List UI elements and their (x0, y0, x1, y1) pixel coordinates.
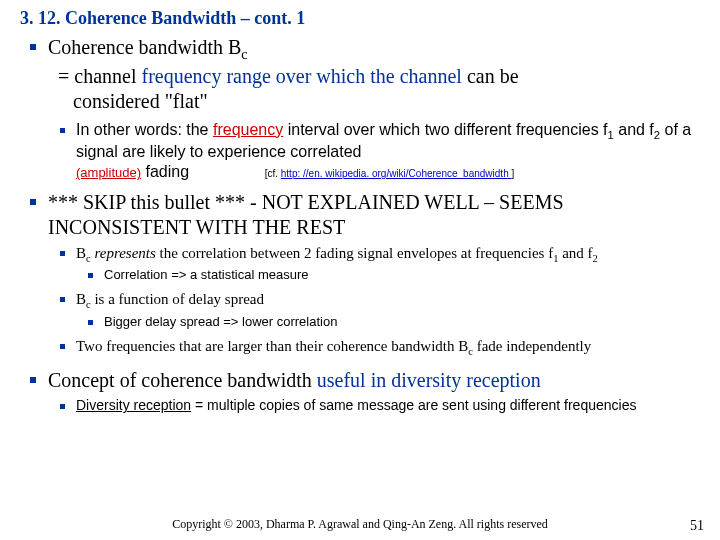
text: the correlation between 2 fading signal … (156, 245, 553, 261)
text: fade independently (473, 338, 591, 354)
link-amplitude[interactable]: (amplitude) (76, 165, 141, 180)
bullet-correlation: Correlation => a statistical measure (76, 267, 700, 284)
text: Bigger delay spread => lower correlation (104, 314, 700, 331)
link-frequency[interactable]: frequency (213, 121, 283, 138)
bullet-icon (30, 377, 36, 383)
text-emph: frequency range over which the channel (141, 65, 461, 87)
bullet-bc-delay: Bc is a function of delay spread Bigger … (48, 290, 700, 331)
text: interval over which two different freque… (283, 121, 607, 138)
bullet-concept: Concept of coherence bandwidth useful in… (20, 368, 700, 415)
text: Coherence bandwidth B (48, 36, 241, 58)
text: = multiple copies of same message are se… (191, 397, 636, 413)
text: *** SKIP this bullet *** - NOT EXPLAINED… (48, 190, 700, 240)
footer-copyright: Copyright © 2003, Dharma P. Agrawal and … (0, 517, 720, 532)
text-emph: useful in diversity reception (317, 369, 541, 391)
page-number: 51 (690, 518, 704, 534)
bullet-icon (60, 251, 65, 256)
text: Concept of coherence bandwidth (48, 369, 317, 391)
bullet-in-other-words: In other words: the frequency interval o… (48, 120, 700, 182)
subscript: c (241, 47, 247, 62)
text: Correlation => a statistical measure (104, 267, 700, 284)
bullet-icon (88, 320, 93, 325)
bullet-icon (60, 128, 65, 133)
text: B (76, 291, 86, 307)
bullet-bigger-delay: Bigger delay spread => lower correlation (76, 314, 700, 331)
bullet-icon (30, 44, 36, 50)
bullet-diversity: Diversity reception = multiple copies of… (48, 397, 700, 415)
bullet-two-freq: Two frequencies that are larger than the… (48, 337, 700, 359)
bullet-icon (60, 297, 65, 302)
text: is a function of delay spread (91, 291, 264, 307)
text: and f (614, 121, 654, 138)
citation: [cf. http: //en. wikipedia. org/wiki/Coh… (265, 168, 515, 179)
text: can be (462, 65, 519, 87)
bullet-bc-represents: Bc represents the correlation between 2 … (48, 244, 700, 285)
text: B (76, 245, 86, 261)
text: and f (558, 245, 592, 261)
text: fading (141, 163, 189, 180)
text: represents (91, 245, 156, 261)
bullet-skip: *** SKIP this bullet *** - NOT EXPLAINED… (20, 190, 700, 359)
link-wiki[interactable]: http: //en. wikipedia. org/wiki/Coherenc… (281, 168, 512, 179)
bullet-icon (60, 344, 65, 349)
text: considered "flat" (73, 90, 208, 112)
text-underline: Diversity reception (76, 397, 191, 413)
bullet-coherence-def: Coherence bandwidth Bc = channel frequen… (20, 35, 700, 182)
slide-title: 3. 12. Coherence Bandwidth – cont. 1 (20, 8, 700, 29)
text: In other words: the (76, 121, 213, 138)
text: = channel (58, 65, 141, 87)
subscript: 2 (593, 253, 598, 264)
bullet-icon (30, 199, 36, 205)
bullet-icon (88, 273, 93, 278)
text: Two frequencies that are larger than the… (76, 338, 468, 354)
bullet-icon (60, 404, 65, 409)
